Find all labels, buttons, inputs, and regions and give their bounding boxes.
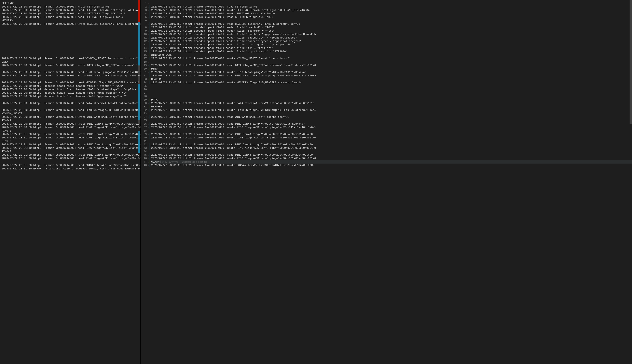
code-line[interactable] <box>2 98 140 102</box>
overview-ruler-left[interactable] <box>138 0 140 364</box>
code-line[interactable]: 2023/07/22 23:01:20 ERROR: [transport] C… <box>2 167 140 170</box>
line-number[interactable]: 22› <box>141 74 150 78</box>
code-line[interactable]: 2023/07/22 23:00:50 http2: Framer 0xc000… <box>2 57 140 60</box>
line-number[interactable]: 20› <box>141 67 150 70</box>
code-line[interactable] <box>2 105 140 108</box>
line-number[interactable]: 48› <box>141 164 150 167</box>
code-line[interactable]: 2023/07/22 23:00:50 http2: Framer 0xc000… <box>151 64 632 67</box>
code-line[interactable]: DATA <box>151 98 632 102</box>
overview-ruler-right[interactable] <box>629 0 632 364</box>
line-number[interactable]: 41 <box>141 140 150 143</box>
code-line[interactable]: 2023/07/22 23:00:50 http2: Framer 0xc000… <box>151 126 632 129</box>
line-number[interactable]: 30› <box>141 102 150 105</box>
line-number[interactable]: 42› <box>141 143 150 146</box>
code-line[interactable]: 2023/07/22 23:01:10 http2: Framer 0xc000… <box>2 146 140 150</box>
line-number[interactable]: 33› <box>141 112 150 115</box>
code-line[interactable]: 2023/07/22 23:00:50 http2: decoded hpack… <box>151 26 632 29</box>
code-line[interactable]: SETTINGS <box>2 2 140 5</box>
code-line[interactable]: 2023/07/22 23:00:50 http2: decoded hpack… <box>2 88 140 91</box>
code-line[interactable]: 2023/07/22 23:01:20 http2: Framer 0xc000… <box>2 153 140 157</box>
code-line[interactable]: 2023/07/22 23:00:50 http2: Framer 0xc000… <box>151 102 632 105</box>
code-line[interactable]: 2023/07/22 23:00:50 http2: decoded hpack… <box>151 36 632 40</box>
line-number[interactable]: 36› <box>141 122 150 126</box>
chevron-right-icon[interactable]: › <box>148 164 149 168</box>
line-number[interactable]: 18› <box>141 60 150 64</box>
diff-right-pane[interactable]: 1›2›3›4›5›6›7›8›9›10›11›12›13›14›15›16›1… <box>141 0 632 364</box>
line-number[interactable]: 25 <box>141 84 150 88</box>
code-line[interactable]: 2023/07/22 23:00:50 http2: Framer 0xc000… <box>151 12 632 16</box>
code-line[interactable]: 2023/07/22 23:00:50 http2: decoded hpack… <box>2 84 140 88</box>
code-line[interactable]: 2023/07/22 23:00:50 http2: Framer 0xc000… <box>2 16 140 19</box>
code-line[interactable]: 2023/07/22 23:00:50 http2: decoded hpack… <box>2 91 140 95</box>
line-number[interactable]: 9› <box>141 29 150 33</box>
code-line[interactable]: 2023/07/22 23:00:50 http2: decoded hpack… <box>151 29 632 33</box>
code-line[interactable]: 2023/07/22 23:00:50 http2: Framer 0xc000… <box>151 122 632 126</box>
code-line[interactable]: PING-1 <box>2 119 140 122</box>
code-line[interactable] <box>151 95 632 98</box>
code-line[interactable]: 2023/07/22 23:01:20 http2: Framer 0xc000… <box>151 157 632 160</box>
line-number[interactable]: 40› <box>141 136 150 140</box>
line-number[interactable]: 11› <box>141 36 150 40</box>
code-line[interactable]: 2023/07/22 23:00:50 http2: decoded hpack… <box>151 46 632 50</box>
code-line[interactable] <box>2 40 140 43</box>
code-line[interactable] <box>151 60 632 64</box>
code-line[interactable]: 2023/07/22 23:01:00 http2: Framer 0xc000… <box>2 132 140 136</box>
line-number[interactable]: 8› <box>141 26 150 29</box>
code-line[interactable]: 2023/07/22 23:00:50 http2: Framer 0xc000… <box>2 115 140 119</box>
code-line[interactable] <box>2 67 140 70</box>
code-line[interactable] <box>151 140 632 143</box>
line-number[interactable]: 34› <box>141 115 150 119</box>
line-number[interactable]: 45› <box>141 153 150 157</box>
code-line[interactable] <box>2 36 140 40</box>
code-line[interactable]: 2023/07/22 23:01:00 http2: Framer 0xc000… <box>2 136 140 140</box>
code-line[interactable]: 2023/07/22 23:00:50 http2: Framer 0xc000… <box>151 57 632 60</box>
line-number[interactable]: 19› <box>141 64 150 67</box>
overview-mark[interactable] <box>138 98 140 120</box>
overview-mark[interactable] <box>138 84 140 98</box>
code-line[interactable]: 2023/07/22 23:00:50 http2: Framer 0xc000… <box>2 12 140 16</box>
code-line[interactable] <box>151 119 632 122</box>
line-number[interactable]: 31› <box>141 105 150 108</box>
code-line[interactable]: PING-2 <box>2 129 140 132</box>
code-line[interactable]: 2023/07/22 23:00:50 http2: decoded hpack… <box>151 33 632 36</box>
code-line[interactable] <box>2 53 140 57</box>
line-number[interactable]: 47› <box>141 160 150 164</box>
line-number[interactable]: 39› <box>141 132 150 136</box>
code-line[interactable]: 2023/07/22 23:00:50 http2: decoded hpack… <box>2 95 140 98</box>
code-line[interactable]: 2023/07/22 23:00:50 http2: Framer 0xc000… <box>2 22 140 26</box>
line-number[interactable]: 27 <box>141 91 150 95</box>
code-line[interactable]: 2023/07/22 23:00:50 http2: Framer 0xc000… <box>151 5 632 8</box>
line-number[interactable]: 29› <box>141 98 150 102</box>
line-number[interactable]: 44 <box>141 150 150 153</box>
code-line[interactable] <box>2 50 140 53</box>
code-line[interactable]: DATA <box>2 60 140 64</box>
code-line[interactable] <box>151 91 632 95</box>
line-number[interactable]: 32› <box>141 108 150 112</box>
code-line[interactable] <box>151 84 632 88</box>
code-line[interactable]: 2023/07/22 23:00:50 http2: Framer 0xc000… <box>151 81 632 84</box>
code-line[interactable]: 2023/07/22 23:00:50 http2: Framer 0xc000… <box>2 126 140 129</box>
code-line[interactable]: GOAWAYYou, 13秒钟前 • Uncommitted changes <box>151 160 632 164</box>
line-number[interactable]: 1› <box>141 2 150 5</box>
code-line[interactable]: 2023/07/22 23:00:50 http2: Framer 0xc000… <box>151 70 632 74</box>
line-number[interactable]: 26 <box>141 88 150 91</box>
code-line[interactable]: 2023/07/22 23:00:50 http2: decoded hpack… <box>151 40 632 43</box>
code-line[interactable]: HEADERS <box>151 105 632 108</box>
line-number[interactable]: 12› <box>141 40 150 43</box>
right-content[interactable]: 2023/07/22 23:00:50 http2: Framer 0xc000… <box>141 0 632 167</box>
code-line[interactable]: 2023/07/22 23:00:50 http2: Framer 0xc000… <box>2 102 140 105</box>
code-line[interactable]: HEADERS <box>151 78 632 81</box>
overview-mark[interactable] <box>138 131 140 153</box>
code-line[interactable]: 2023/07/22 23:01:20 http2: Framer 0xc000… <box>151 153 632 157</box>
line-number[interactable]: 46› <box>141 157 150 160</box>
left-content[interactable]: SETTINGS2023/07/22 23:00:50 http2: Frame… <box>0 0 140 170</box>
code-line[interactable]: 2023/07/22 23:00:50 http2: Framer 0xc000… <box>151 22 632 26</box>
code-line[interactable]: 2023/07/22 23:01:10 http2: Framer 0xc000… <box>2 143 140 146</box>
code-line[interactable]: WINDOW_UPDATE <box>151 53 632 57</box>
line-number[interactable]: 21› <box>141 70 150 74</box>
line-number[interactable]: 38 <box>141 129 150 132</box>
code-line[interactable] <box>151 19 632 22</box>
code-line[interactable]: 2023/07/22 23:01:10 http2: Framer 0xc000… <box>151 143 632 146</box>
line-number[interactable]: 17› <box>141 57 150 60</box>
code-line[interactable] <box>151 150 632 153</box>
